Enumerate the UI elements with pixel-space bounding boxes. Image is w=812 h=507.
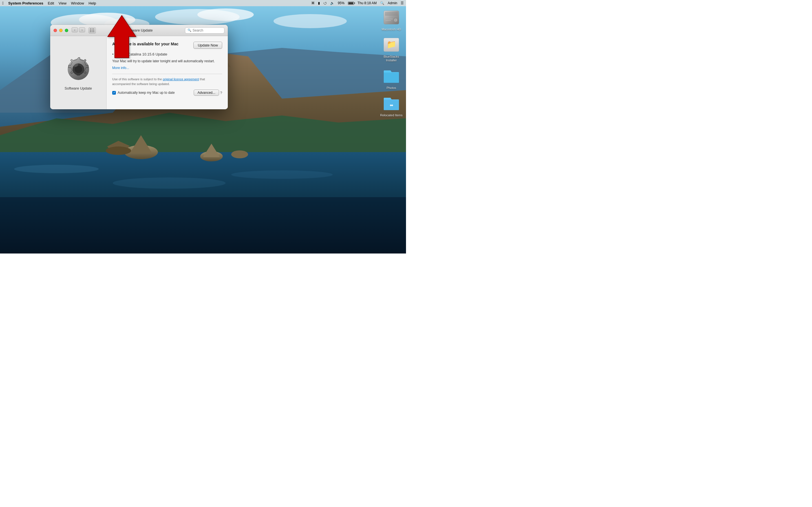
svg-point-21 [106, 147, 131, 155]
svg-text:⬌: ⬌ [390, 103, 393, 108]
photos-icon[interactable]: Photos [380, 67, 403, 90]
search-box[interactable]: 🔍 [185, 27, 224, 34]
time-machine-icon[interactable]: ⭯ [323, 1, 327, 5]
checkmark-icon: ✓ [113, 91, 115, 94]
close-button[interactable] [54, 29, 57, 32]
system-preferences-window: ‹ › Software Update [50, 25, 228, 109]
harddrive-svg [383, 10, 400, 25]
svg-rect-29 [386, 20, 391, 21]
help-menu[interactable]: Help [89, 1, 96, 5]
grid-view-button[interactable] [89, 27, 96, 34]
svg-point-6 [273, 14, 347, 28]
relocated-svg: ⬌ [383, 96, 400, 111]
minimize-button[interactable] [59, 29, 63, 32]
app-icon-container: Software Update [64, 55, 93, 91]
battery-fill [349, 2, 353, 4]
search-input[interactable] [193, 29, 222, 33]
window-titlebar: ‹ › Software Update [50, 25, 228, 36]
search-icon: 🔍 [188, 29, 192, 32]
red-arrow-annotation [105, 14, 139, 59]
grid-dot [90, 30, 91, 31]
menubar:  System Preferences Edit View Window He… [0, 0, 406, 6]
window-content: Software Update An update is available f… [50, 36, 228, 109]
photos-image [382, 67, 400, 85]
edit-menu[interactable]: Edit [48, 1, 54, 5]
software-update-gear-icon [64, 55, 93, 83]
svg-rect-22 [0, 197, 406, 253]
arrow-svg [105, 14, 139, 59]
desktop:  System Preferences Edit View Window He… [0, 0, 406, 253]
auto-update-label: Automatically keep my Mac up to date [117, 91, 175, 95]
bluestacks-svg: 📁 [383, 38, 400, 52]
window-controls [54, 29, 68, 32]
more-info-link[interactable]: More info... [112, 66, 222, 70]
grid-dot [92, 30, 93, 31]
bluetooth-icon[interactable]: ▮ [318, 1, 320, 5]
user-account[interactable]: Admin [388, 1, 397, 5]
volume-icon[interactable]: 🔈 [330, 1, 335, 5]
grid-dot [90, 29, 91, 29]
help-icon[interactable]: ? [220, 91, 222, 95]
macintosh-hd-icon[interactable]: Macintosh HD [380, 8, 403, 31]
license-text: Use of this software is subject to the o… [112, 77, 222, 86]
grid-dots-icon [90, 29, 94, 32]
bluestacks-label: BlueStacks Installer [380, 55, 403, 62]
window-nav: ‹ › [71, 27, 96, 34]
grid-dot [92, 29, 93, 29]
footer-row: ✓ Automatically keep my Mac up to date A… [112, 90, 222, 96]
svg-rect-28 [386, 18, 393, 19]
wifi-icon[interactable]: ⌘ [311, 1, 315, 5]
grid-dot [93, 29, 94, 29]
apple-menu[interactable]:  [2, 1, 4, 5]
update-description: Your Mac will try to update later tonigh… [112, 59, 222, 64]
photos-svg [383, 69, 400, 83]
macintosh-hd-image [382, 8, 400, 26]
back-button[interactable]: ‹ [71, 27, 78, 33]
svg-point-5 [197, 8, 254, 21]
desktop-icons: Macintosh HD 📁 BlueStacks Installer [380, 8, 403, 117]
svg-rect-24 [385, 12, 398, 16]
photos-label: Photos [387, 86, 396, 90]
advanced-section: Advanced... ? [194, 90, 222, 96]
maximize-button[interactable] [65, 29, 68, 32]
svg-point-27 [395, 20, 396, 20]
relocated-items-label: Relocated Items [380, 114, 402, 117]
search-menubar-icon[interactable]: 🔍 [380, 1, 384, 5]
battery-pct: 95% [338, 1, 345, 5]
bluestacks-image: 📁 [382, 36, 400, 54]
clock: Thu 8:18 AM [357, 1, 377, 5]
svg-point-19 [231, 151, 248, 158]
relocated-items-image: ⬌ [382, 94, 400, 112]
battery-indicator [348, 2, 354, 5]
battery-bar [348, 2, 354, 5]
grid-dot [93, 31, 94, 32]
svg-point-13 [113, 177, 225, 189]
menubar-right: ⌘ ▮ ⭯ 🔈 95% Thu 8:18 AM 🔍 Admin ☰ [311, 1, 404, 5]
bluestacks-icon[interactable]: 📁 BlueStacks Installer [380, 36, 403, 62]
window-sidebar: Software Update [50, 36, 107, 109]
menubar-left:  System Preferences Edit View Window He… [2, 1, 96, 5]
advanced-button[interactable]: Advanced... [194, 90, 219, 96]
app-name-menu[interactable]: System Preferences [8, 1, 43, 5]
svg-marker-37 [108, 15, 136, 58]
license-link[interactable]: original licence agreement [163, 77, 199, 81]
auto-update-row: ✓ Automatically keep my Mac up to date [112, 91, 175, 95]
content-divider [112, 74, 222, 74]
relocated-items-icon[interactable]: ⬌ Relocated Items [380, 94, 403, 117]
update-now-button[interactable]: Update Now [193, 42, 222, 49]
svg-text:📁: 📁 [387, 40, 396, 49]
auto-update-checkbox[interactable]: ✓ [112, 91, 116, 95]
window-menu[interactable]: Window [71, 1, 84, 5]
grid-dot [93, 30, 94, 31]
view-menu[interactable]: View [59, 1, 66, 5]
grid-dot [90, 31, 91, 32]
grid-dot [92, 31, 93, 32]
app-icon-label: Software Update [64, 86, 92, 91]
notification-center-icon[interactable]: ☰ [401, 1, 404, 5]
svg-point-14 [231, 170, 333, 179]
svg-point-12 [14, 165, 99, 173]
forward-button[interactable]: › [79, 27, 85, 33]
macintosh-hd-label: Macintosh HD [382, 27, 401, 31]
